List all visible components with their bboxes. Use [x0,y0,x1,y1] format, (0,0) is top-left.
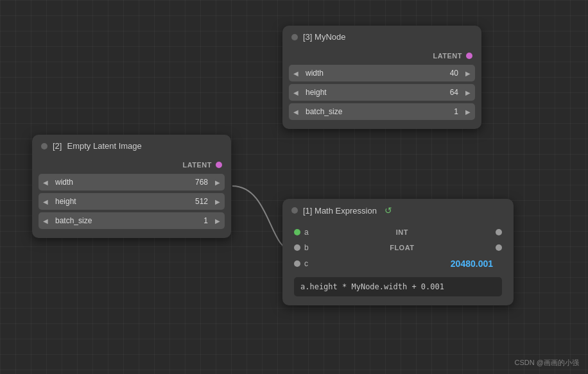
node2-batchsize-row: ◀ batch_size 1 ▶ [39,212,225,229]
node1-expression-text: a.height * MyNode.width + 0.001 [300,282,444,291]
node3-height-field[interactable]: ◀ height 64 ▶ [289,84,475,101]
node2-batchsize-decrement[interactable]: ◀ [39,212,53,229]
node1-input-b-connector[interactable] [294,244,300,251]
node3-output-label: LATENT [433,52,462,60]
node-mynode: [3] MyNode LATENT ◀ width 40 ▶ ◀ height [282,26,481,129]
node2-batchsize-field[interactable]: ◀ batch_size 1 ▶ [39,212,225,229]
node1-input-a-right-connector[interactable] [496,229,502,235]
node2-body: LATENT ◀ width 768 ▶ ◀ height 512 [32,156,231,238]
node2-batchsize-increment[interactable]: ▶ [211,212,225,229]
node2-title-name: Empty Latent Image [67,141,141,151]
node2-height-decrement[interactable]: ◀ [39,193,53,210]
node1-input-b-row: b FLOAT [289,240,507,255]
node1-input-c-label: c [304,259,308,268]
node3-batchsize-value: 1 [454,107,458,116]
node1-input-c-connector[interactable] [294,260,300,267]
node1-input-b-label: b [304,243,309,252]
node3-output-row: LATENT [289,51,475,62]
node3-width-field[interactable]: ◀ width 40 ▶ [289,65,475,81]
node2-width-label: width [55,178,73,187]
node3-body: LATENT ◀ width 40 ▶ ◀ height 64 [282,47,481,129]
node2-width-decrement[interactable]: ◀ [39,174,53,191]
node1-header: [1] Math Expression ↺ [282,199,514,221]
node3-title: [3] MyNode [303,32,345,42]
node2-batchsize-center: batch_size 1 [53,216,211,225]
node2-height-increment[interactable]: ▶ [211,193,225,210]
node3-batchsize-increment[interactable]: ▶ [461,103,475,120]
node3-height-value: 64 [450,88,458,97]
node3-width-increment[interactable]: ▶ [461,65,475,81]
node3-batchsize-label: batch_size [306,107,342,116]
node1-input-b-type: FLOAT [390,244,414,251]
node3-width-value: 40 [450,69,458,78]
node1-input-a-row: a INT [289,225,507,240]
node-empty-latent-image: [2] Empty Latent Image LATENT ◀ width 76… [32,135,231,238]
node3-height-row: ◀ height 64 ▶ [289,84,475,101]
node2-output-connector[interactable] [216,162,222,168]
node1-input-c-row: c 20480.001 [289,255,507,272]
node3-batchsize-row: ◀ batch_size 1 ▶ [289,103,475,120]
node2-height-value: 512 [195,197,208,206]
node2-output-row: LATENT [39,160,225,171]
node2-height-field[interactable]: ◀ height 512 ▶ [39,193,225,210]
node2-height-center: height 512 [53,197,211,206]
watermark: CSDN @画画的小强 [515,358,579,368]
node3-status-dot [291,34,298,40]
node3-height-decrement[interactable]: ◀ [289,84,303,101]
node1-input-a-connector[interactable] [294,229,300,235]
node3-width-center: width 40 [303,69,461,78]
node2-width-value: 768 [195,178,208,187]
node1-input-c-value: 20480.001 [451,259,502,269]
node1-title: [1] Math Expression [303,206,377,216]
node2-width-increment[interactable]: ▶ [211,174,225,191]
node3-batchsize-center: batch_size 1 [303,107,461,116]
node3-height-label: height [306,88,327,97]
node3-batchsize-decrement[interactable]: ◀ [289,103,303,120]
node1-body: a INT b FLOAT c 20480.001 a.height * MyN… [282,221,514,305]
node2-height-label: height [55,197,76,206]
node2-batchsize-value: 1 [203,216,208,225]
node1-expression-box: a.height * MyNode.width + 0.001 [294,277,502,296]
node2-width-center: width 768 [53,178,211,187]
node3-width-decrement[interactable]: ◀ [289,65,303,81]
node1-input-a-label: a [304,228,309,237]
node2-title: [2] [53,141,62,151]
node2-width-row: ◀ width 768 ▶ [39,174,225,191]
node3-output-connector[interactable] [466,53,472,59]
node3-height-increment[interactable]: ▶ [461,84,475,101]
node2-width-field[interactable]: ◀ width 768 ▶ [39,174,225,191]
node3-width-label: width [306,69,324,78]
node2-header: [2] Empty Latent Image [32,135,231,156]
node2-output-label: LATENT [182,161,212,169]
node3-width-row: ◀ width 40 ▶ [289,65,475,81]
node3-header: [3] MyNode [282,26,481,47]
refresh-icon[interactable]: ↺ [385,205,392,216]
node2-status-dot [41,143,48,149]
node2-height-row: ◀ height 512 ▶ [39,193,225,210]
node1-input-a-type: INT [396,228,408,236]
node1-input-b-right-connector[interactable] [496,244,502,251]
node-math-expression: [1] Math Expression ↺ a INT b FLOAT c 20… [282,199,514,305]
node1-status-dot [291,207,298,214]
node3-batchsize-field[interactable]: ◀ batch_size 1 ▶ [289,103,475,120]
node3-height-center: height 64 [303,88,461,97]
node2-batchsize-label: batch_size [55,216,92,225]
